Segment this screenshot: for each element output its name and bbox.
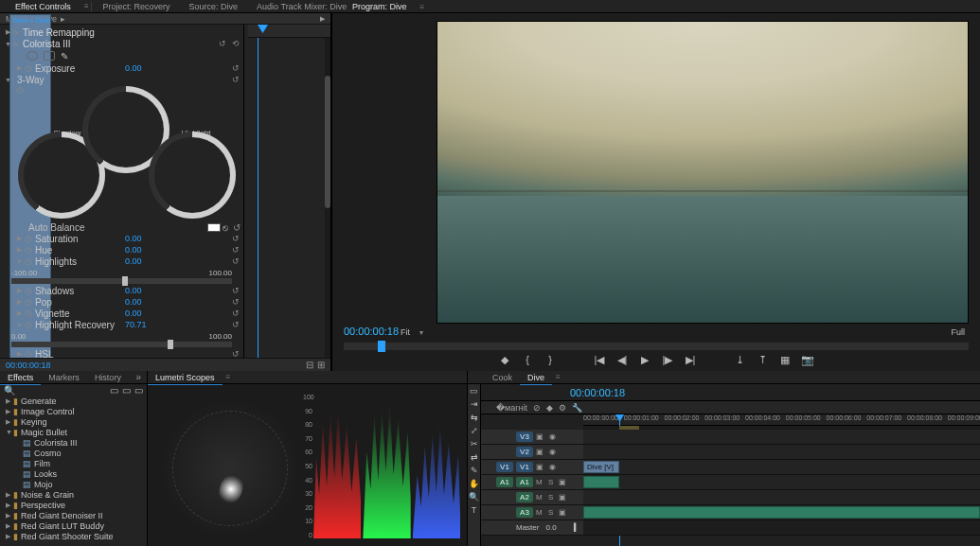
razor-tool-icon[interactable]: ✂ (469, 439, 479, 449)
program-zoom-fit[interactable]: Fit (401, 327, 410, 337)
tab-source[interactable]: Source: Dive (180, 0, 248, 13)
eyedropper-icon[interactable]: ⎋ (221, 222, 230, 233)
param-hue[interactable]: Hue (32, 245, 52, 255)
twirl-icon[interactable]: ▼ (15, 258, 24, 265)
twirl-icon[interactable]: ▶ (6, 512, 13, 520)
param-highlights-value[interactable]: 0.00 (125, 256, 142, 266)
ripple-tool-icon[interactable]: ⇆ (469, 413, 479, 423)
extract-icon[interactable]: ⤒ (756, 354, 769, 369)
chevron-right-icon[interactable]: » (135, 372, 141, 382)
wrench-icon[interactable]: 🔧 (572, 403, 582, 413)
twirl-icon[interactable]: ▼ (6, 429, 13, 435)
effect-preset[interactable]: ▤Cosmo (0, 448, 147, 458)
stopwatch-icon[interactable]: ◷ (15, 85, 24, 95)
export-frame-icon[interactable]: ▦ (778, 354, 792, 369)
clip-dive-a[interactable] (583, 476, 619, 488)
twirl-icon[interactable]: ▶ (15, 64, 24, 72)
tab-lumetri-scopes[interactable]: Lumetri Scopes (148, 371, 223, 384)
midtone-color-wheel[interactable] (93, 97, 159, 163)
effect-preset[interactable]: ▤Colorista III (0, 437, 147, 448)
param-highlight-recovery-value[interactable]: 70.71 (125, 320, 147, 329)
effect-folder[interactable]: ▶▮Red Giant Denoiser II (0, 510, 147, 520)
twirl-icon[interactable]: ▶ (6, 522, 13, 530)
ec-mini-timeline[interactable] (248, 25, 330, 38)
reset-icon[interactable]: ↺ (231, 76, 240, 84)
param-shadows-value[interactable]: 0.00 (125, 286, 142, 295)
panel-menu-icon[interactable]: ≡ (84, 2, 89, 10)
ec-zoom-out-icon[interactable]: ⊟ (306, 360, 313, 370)
reset-icon[interactable]: ↺ (231, 298, 240, 307)
twirl-icon[interactable]: ▶ (15, 246, 24, 254)
track-a2[interactable]: A2 (516, 492, 533, 502)
effect-preset[interactable]: ▤Film (0, 458, 147, 468)
ec-scrollbar[interactable] (325, 38, 330, 358)
step-forward-icon[interactable]: |▶ (661, 354, 674, 369)
mark-in-icon[interactable]: { (521, 354, 534, 369)
track-v3[interactable]: V3 (516, 432, 533, 442)
twirl-icon[interactable]: ▶ (6, 408, 13, 415)
ec-keyframe-area[interactable] (244, 38, 327, 358)
param-highlight-recovery[interactable]: Highlight Recovery (32, 320, 115, 330)
param-saturation[interactable]: Saturation (32, 234, 79, 244)
track-v1[interactable]: V1 (516, 462, 533, 472)
tab-seq-dive[interactable]: Dive (520, 371, 552, 384)
play-icon[interactable]: ▶ (638, 354, 651, 369)
effect-folder[interactable]: ▶▮Noise & Grain (0, 489, 147, 500)
highlight-recovery-slider[interactable] (11, 342, 232, 347)
reset-icon[interactable]: ↺ (231, 309, 240, 318)
twirl-icon[interactable]: ▶ (4, 28, 12, 36)
stopwatch-icon[interactable]: ◷ (24, 349, 32, 358)
twirl-icon[interactable]: ▼ (4, 41, 12, 47)
twirl-icon[interactable]: ▶ (6, 533, 13, 540)
param-shadows[interactable]: Shadows (32, 286, 74, 296)
play-icon[interactable]: ▶ (320, 15, 325, 23)
lane-a1[interactable] (583, 475, 980, 489)
reset-icon[interactable]: ↺ (231, 257, 240, 266)
clip-dive-v[interactable]: Dive [V] (583, 461, 619, 473)
param-vignette-value[interactable]: 0.00 (125, 308, 142, 318)
type-tool-icon[interactable]: T (469, 505, 479, 516)
ec-playhead[interactable] (258, 25, 268, 35)
param-pop-value[interactable]: 0.00 (125, 297, 142, 307)
vectorscope[interactable] (159, 397, 301, 539)
track-v2[interactable]: V2 (516, 447, 533, 457)
panel-menu-icon[interactable]: ≡ (420, 3, 425, 11)
param-vignette[interactable]: Vignette (32, 308, 70, 319)
tab-project[interactable]: Project: Recovery (94, 0, 180, 13)
effect-folder[interactable]: ▶▮Generate (0, 396, 147, 406)
zoom-tool-icon[interactable]: 🔍 (469, 492, 479, 502)
reset-icon[interactable]: ↺ (218, 40, 226, 48)
stopwatch-icon[interactable]: ◷ (24, 308, 32, 318)
source-patch-v1[interactable]: V1 (496, 462, 513, 472)
stopwatch-icon[interactable]: ◷ (24, 245, 32, 255)
snap-icon[interactable]: �магніt (496, 403, 527, 413)
reset-icon[interactable]: ↺ (230, 222, 243, 233)
go-to-out-icon[interactable]: ▶| (684, 354, 697, 369)
mask-rect-icon[interactable] (44, 51, 55, 61)
panel-menu-icon[interactable]: ≡ (556, 373, 561, 381)
reset-icon[interactable]: ↺ (231, 64, 240, 73)
filter-32-icon[interactable]: ▭ (122, 385, 131, 396)
panel-menu-icon[interactable]: ≡ (226, 373, 231, 381)
ec-timecode[interactable]: 00:00:00:18 (0, 361, 51, 370)
source-patch-a1[interactable]: A1 (496, 477, 513, 487)
effect-preset[interactable]: ▤Mojo (0, 479, 147, 489)
param-exposure[interactable]: Exposure (32, 63, 75, 74)
effect-folder[interactable]: ▼▮Magic Bullet (0, 427, 147, 437)
program-resolution-full[interactable]: Full (951, 327, 965, 337)
mask-ellipse-icon[interactable] (27, 51, 38, 61)
highlight-color-wheel[interactable] (159, 142, 225, 208)
step-back-icon[interactable]: ◀| (615, 354, 629, 369)
lane-v3[interactable] (583, 430, 980, 444)
lane-a2[interactable] (583, 490, 980, 504)
tab-program[interactable]: Program: Dive (343, 0, 417, 13)
effect-folder[interactable]: ▶▮Keying (0, 416, 147, 427)
linked-selection-icon[interactable]: ⊘ (533, 403, 541, 413)
track-a3[interactable]: A3 (516, 507, 533, 518)
tab-effect-controls[interactable]: Effect Controls (6, 0, 80, 13)
stopwatch-icon[interactable]: ◷ (24, 286, 32, 295)
lane-a3[interactable] (583, 505, 980, 520)
timeline-timecode[interactable]: 00:00:00:18 (481, 387, 625, 400)
reset-icon[interactable]: ↺ (231, 246, 240, 255)
effect-time-remapping[interactable]: Time Remapping (20, 27, 95, 38)
